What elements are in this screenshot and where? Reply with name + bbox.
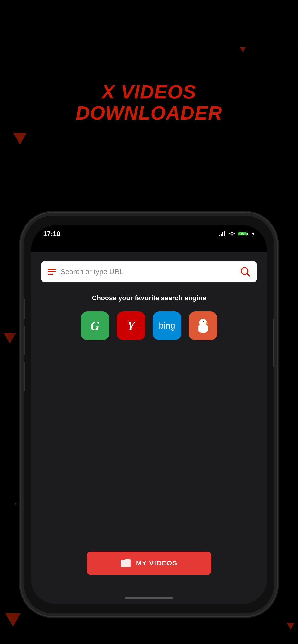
volume-mute-button: [24, 300, 25, 319]
decorative-triangle-3: [13, 133, 27, 144]
duckduckgo-engine-button[interactable]: [189, 312, 217, 340]
battery-icon: 100: [238, 231, 249, 236]
power-button: [273, 319, 274, 366]
google-letter: G: [90, 319, 100, 333]
svg-rect-7: [247, 233, 248, 235]
search-input[interactable]: Search or type URL: [60, 268, 235, 276]
svg-text:100: 100: [241, 233, 244, 235]
svg-point-15: [204, 321, 205, 322]
svg-point-4: [232, 235, 233, 236]
charging-icon: [251, 231, 255, 237]
svg-rect-2: [222, 232, 223, 236]
decorative-triangle-5: [5, 613, 21, 626]
phone-frame: 17:10: [24, 216, 274, 613]
search-bar[interactable]: Search or type URL: [41, 261, 257, 282]
screen-content: Search or type URL Choose your favorite …: [31, 252, 267, 604]
menu-line-2: [48, 271, 56, 272]
bing-engine-button[interactable]: bing: [153, 312, 181, 340]
svg-line-11: [247, 273, 250, 276]
home-indicator: [125, 597, 173, 599]
status-time: 17:10: [43, 230, 60, 238]
status-bar-area: 17:10: [31, 225, 267, 252]
search-icon[interactable]: [240, 266, 250, 277]
app-title-line1: X VIDEOS: [0, 82, 298, 102]
svg-point-13: [199, 319, 207, 326]
svg-rect-1: [221, 234, 222, 236]
menu-line-1: [48, 269, 56, 270]
decorative-triangle-6: [287, 623, 294, 630]
svg-marker-9: [252, 231, 254, 237]
choose-engine-label: Choose your favorite search engine: [92, 294, 206, 302]
my-videos-button[interactable]: MY VIDEOS: [87, 552, 211, 575]
app-title: X VIDEOS DOWNLOADER: [0, 82, 298, 124]
my-videos-label: MY VIDEOS: [136, 560, 177, 567]
yandex-engine-button[interactable]: Y: [117, 312, 145, 340]
search-engines-container: G Y bing: [81, 312, 217, 340]
bing-text: bing: [159, 321, 175, 331]
status-icons-right: 100: [219, 231, 255, 237]
volume-down-button: [24, 362, 25, 390]
decorative-triangle-1: [240, 48, 246, 52]
google-engine-button[interactable]: G: [81, 312, 109, 340]
decorative-dot-1: [15, 503, 16, 504]
duckduckgo-icon: [194, 317, 212, 334]
menu-line-3: [48, 274, 53, 274]
app-title-line2: DOWNLOADER: [0, 102, 298, 124]
signal-icon: [219, 231, 226, 236]
svg-rect-3: [224, 231, 225, 236]
folder-icon: [120, 559, 131, 568]
decorative-triangle-4: [4, 333, 16, 344]
volume-up-button: [24, 326, 25, 354]
wifi-icon: [228, 231, 236, 236]
yandex-letter: Y: [127, 319, 135, 333]
svg-rect-0: [219, 234, 220, 236]
phone-screen: 17:10: [31, 225, 267, 604]
notch: [125, 225, 173, 237]
hamburger-menu-icon[interactable]: [48, 269, 56, 274]
